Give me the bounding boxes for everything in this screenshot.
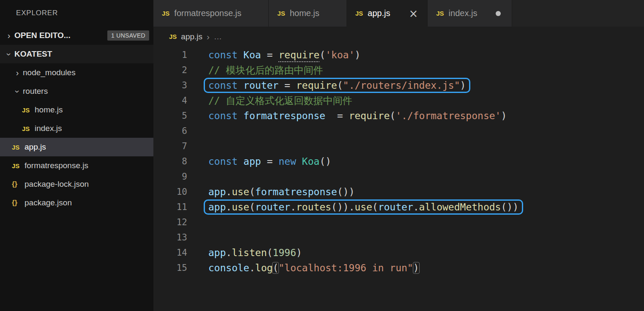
tab-label: app.js xyxy=(368,8,390,18)
line-number: 6 xyxy=(153,126,187,136)
project-header[interactable]: › KOATEST xyxy=(0,45,153,63)
sidebar-item-app-js[interactable]: JS app.js xyxy=(0,138,153,156)
code-token: ( xyxy=(249,186,255,197)
code-token: ( xyxy=(319,49,325,60)
js-file-icon: JS xyxy=(22,125,35,132)
code-token: "localhost:1996 in run" xyxy=(278,262,413,273)
code-line[interactable]: 7 xyxy=(153,139,644,154)
json-file-icon: {} xyxy=(12,199,25,207)
code-line[interactable]: 14app.listen(1996) xyxy=(153,245,644,260)
code-token: . xyxy=(226,186,232,197)
close-icon[interactable]: × xyxy=(409,8,418,19)
line-number: 10 xyxy=(153,187,187,197)
code-text: const app = new Koa() xyxy=(187,156,331,167)
code-token: allowedMethods xyxy=(419,202,501,213)
code-token: app xyxy=(243,156,261,167)
breadcrumb-file[interactable]: app.js xyxy=(181,32,202,41)
explorer-sidebar: EXPLORER › OPEN EDITO... 1 UNSAVED › KOA… xyxy=(0,0,153,311)
code-token: ( xyxy=(267,247,273,258)
code-token: ()) xyxy=(501,202,518,213)
code-token: formatresponse xyxy=(255,186,337,197)
open-editors-header[interactable]: › OPEN EDITO... 1 UNSAVED xyxy=(0,26,153,45)
breadcrumb-more[interactable]: … xyxy=(214,32,222,41)
code-token: require xyxy=(296,80,337,91)
js-file-icon: JS xyxy=(169,33,177,40)
code-line[interactable]: 4// 自定义格式化返回数据中间件 xyxy=(153,93,644,108)
sidebar-item-routers[interactable]: › routers xyxy=(0,82,153,101)
code-token: = xyxy=(261,156,279,167)
code-token: 1996 xyxy=(273,247,296,258)
annotation-highlight-box: const router = require("./routers/index.… xyxy=(204,78,470,93)
code-token: ()) xyxy=(337,186,355,197)
sidebar-item-formatresponse-js[interactable]: JS formatresponse.js xyxy=(0,156,153,175)
code-token: Koa xyxy=(243,49,261,60)
sidebar-item-index-js[interactable]: JS index.js xyxy=(0,119,153,138)
line-number: 11 xyxy=(153,202,187,212)
tab-home-js[interactable]: JS home.js xyxy=(269,0,347,27)
code-token xyxy=(237,49,243,60)
code-line[interactable]: 8const app = new Koa() xyxy=(153,154,644,169)
code-token: log xyxy=(255,262,273,273)
code-token: require xyxy=(349,110,390,121)
code-token: ( xyxy=(372,202,378,213)
chevron-down-icon: › xyxy=(13,86,22,97)
line-number: 14 xyxy=(153,248,187,258)
tab-app-js[interactable]: JS app.js × xyxy=(347,0,428,27)
code-token: console xyxy=(208,262,249,273)
code-text: const router = require("./routers/index.… xyxy=(187,78,470,93)
code-token: . xyxy=(249,262,255,273)
code-token: // 自定义格式化返回数据中间件 xyxy=(208,95,352,106)
code-line[interactable]: 6 xyxy=(153,123,644,139)
js-file-icon: JS xyxy=(436,10,444,17)
code-line[interactable]: 3const router = require("./routers/index… xyxy=(153,78,644,93)
line-number: 2 xyxy=(153,65,187,75)
code-text: app.listen(1996) xyxy=(187,247,302,258)
chevron-right-icon: › xyxy=(3,31,14,41)
code-token: () xyxy=(319,156,331,167)
explorer-title: EXPLORER xyxy=(0,0,153,26)
code-text: app.use(formatresponse()) xyxy=(187,186,355,197)
sidebar-item-package-json[interactable]: {} package.json xyxy=(0,194,153,212)
code-token: app xyxy=(208,186,226,197)
code-token: new xyxy=(278,156,296,167)
js-file-icon: JS xyxy=(277,10,285,17)
code-line[interactable]: 13 xyxy=(153,230,644,245)
sidebar-item-package-lock-json[interactable]: {} package-lock.json xyxy=(0,175,153,194)
code-token: routes xyxy=(296,202,331,213)
sidebar-item-home-js[interactable]: JS home.js xyxy=(0,101,153,119)
code-token: . xyxy=(413,202,419,213)
line-number: 8 xyxy=(153,156,187,166)
code-token: listen xyxy=(232,247,267,258)
code-line[interactable]: 12 xyxy=(153,215,644,230)
code-token: './formatresponse' xyxy=(396,110,501,121)
code-line[interactable]: 15console.log("localhost:1996 in run") xyxy=(153,260,644,276)
code-text: // 模块化后的路由中间件 xyxy=(187,64,323,77)
code-line[interactable]: 10app.use(formatresponse()) xyxy=(153,184,644,199)
code-line[interactable]: 1const Koa = require('koa') xyxy=(153,47,644,63)
code-token: ( xyxy=(273,262,278,273)
code-line[interactable]: 2// 模块化后的路由中间件 xyxy=(153,63,644,78)
code-token: ( xyxy=(337,80,343,91)
tab-formatresponse-js[interactable]: JS formatresponse.js xyxy=(153,0,269,27)
code-token: ) xyxy=(355,49,360,60)
code-token: 'koa' xyxy=(325,49,355,60)
line-number: 5 xyxy=(153,111,187,121)
code-token: const xyxy=(208,156,237,167)
json-file-icon: {} xyxy=(12,180,25,188)
tab-bar: JS formatresponse.js JS home.js JS app.j… xyxy=(153,0,644,27)
code-token: . xyxy=(290,202,296,213)
tab-label: formatresponse.js xyxy=(174,8,241,18)
sidebar-item-node-modules[interactable]: › node_modules xyxy=(0,63,153,82)
code-token: Koa xyxy=(302,156,320,167)
modified-dot-icon[interactable] xyxy=(496,11,501,16)
unsaved-badge: 1 UNSAVED xyxy=(107,30,149,41)
code-line[interactable]: 5const formatresponse = require('./forma… xyxy=(153,108,644,123)
chevron-right-icon: › xyxy=(207,32,210,42)
tab-index-js[interactable]: JS index.js xyxy=(428,0,512,27)
js-file-icon: JS xyxy=(355,10,363,17)
code-line[interactable]: 9 xyxy=(153,169,644,184)
tree-label: home.js xyxy=(35,105,63,115)
line-number: 1 xyxy=(153,50,187,60)
code-editor[interactable]: 1const Koa = require('koa')2// 模块化后的路由中间… xyxy=(153,46,644,276)
code-line[interactable]: 11app.use(router.routes()).use(router.al… xyxy=(153,199,644,215)
